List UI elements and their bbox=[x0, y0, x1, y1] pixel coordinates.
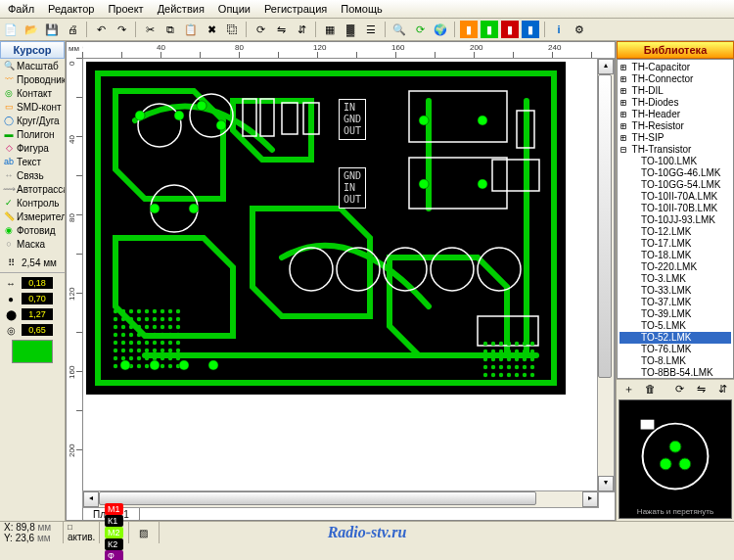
tool-полигон[interactable]: ▬Полигон bbox=[0, 127, 65, 141]
tree-item[interactable]: TO-39.LMK bbox=[619, 308, 731, 320]
grid-size[interactable]: ⠿ 2,54 мм bbox=[0, 255, 65, 270]
tool-связь[interactable]: ↔Связь bbox=[0, 168, 65, 182]
menu-project[interactable]: Проект bbox=[102, 1, 149, 17]
refresh-icon[interactable]: ⟳ bbox=[411, 21, 429, 38]
pcb-board[interactable]: INGNDOUTGNDINOUT bbox=[84, 60, 568, 397]
tool-фигура[interactable]: ◇Фигура bbox=[0, 141, 65, 155]
menu-options[interactable]: Опции bbox=[212, 1, 256, 17]
open-icon[interactable]: 📂 bbox=[23, 21, 40, 38]
menu-file[interactable]: Файл bbox=[2, 1, 40, 17]
scrollbar-vertical[interactable]: ▴ ▾ bbox=[597, 58, 615, 492]
redo-icon[interactable]: ↷ bbox=[113, 21, 130, 38]
world-icon[interactable]: 🌍 bbox=[432, 21, 449, 38]
tree-group[interactable]: ⊞ TH-Diodes bbox=[619, 97, 731, 109]
align-icon[interactable]: ▦ bbox=[321, 21, 339, 38]
layer-button[interactable]: К1 bbox=[105, 515, 123, 527]
tool-контроль[interactable]: ✓Контроль bbox=[0, 196, 65, 210]
expand-icon[interactable]: ⊞ bbox=[620, 62, 629, 73]
duplicate-icon[interactable]: ⿻ bbox=[223, 21, 241, 38]
chip1-icon[interactable]: ▮ bbox=[460, 21, 478, 38]
paste-icon[interactable]: 📋 bbox=[182, 21, 200, 38]
tree-item[interactable]: TO-33.LMK bbox=[619, 285, 731, 297]
tool-проводник[interactable]: 〰Проводник bbox=[0, 72, 65, 86]
collapse-icon[interactable]: ⊟ bbox=[620, 144, 629, 156]
property-3[interactable]: ◎0,65 bbox=[0, 322, 65, 338]
tool-круг/дуга[interactable]: ◯Круг/Дуга bbox=[0, 114, 65, 127]
menu-register[interactable]: Регистрация bbox=[258, 1, 333, 17]
component-preview[interactable]: Нажать и перетянуть bbox=[619, 399, 732, 519]
delete-icon[interactable]: ✖ bbox=[203, 21, 220, 38]
scroll-up-icon[interactable]: ▴ bbox=[598, 59, 614, 74]
tool-контакт[interactable]: ◎Контакт bbox=[0, 86, 65, 100]
mirror-h-icon[interactable]: ⇋ bbox=[272, 21, 290, 38]
tool-автотрасса[interactable]: ⟿Автотрасса bbox=[0, 182, 65, 196]
color-swatch[interactable] bbox=[12, 340, 53, 363]
property-2[interactable]: ⬤1,27 bbox=[0, 306, 65, 322]
tree-item[interactable]: TO-10II-70B.LMK bbox=[619, 203, 731, 214]
tree-item[interactable]: TO-37.LMK bbox=[619, 297, 731, 308]
settings-icon[interactable]: ⚙ bbox=[571, 21, 588, 38]
expand-icon[interactable]: ⊞ bbox=[620, 132, 629, 144]
tree-group[interactable]: ⊞ TH-Connector bbox=[619, 73, 731, 85]
tool-текст[interactable]: abТекст bbox=[0, 155, 65, 168]
expand-icon[interactable]: ⊞ bbox=[620, 97, 629, 109]
tool-измеритель[interactable]: 📏Измеритель bbox=[0, 210, 65, 223]
undo-icon[interactable]: ↶ bbox=[92, 21, 110, 38]
expand-icon[interactable]: ⊞ bbox=[620, 73, 629, 85]
layer-button[interactable]: К2 bbox=[105, 538, 123, 550]
tree-group[interactable]: ⊞ TH-SIP bbox=[619, 132, 731, 144]
expand-icon[interactable]: ⊞ bbox=[620, 120, 629, 132]
lib-add-icon[interactable]: ＋ bbox=[619, 380, 637, 397]
tree-item[interactable]: TO-76.LMK bbox=[619, 344, 731, 355]
lib-rotate-icon[interactable]: ⟳ bbox=[670, 380, 688, 397]
zoom-icon[interactable]: 🔍 bbox=[390, 21, 408, 38]
tree-item[interactable]: TO-3.LMK bbox=[619, 273, 731, 285]
lib-del-icon[interactable]: 🗑 bbox=[641, 380, 659, 397]
tree-item[interactable]: TO-10JJ-93.LMK bbox=[619, 214, 731, 226]
expand-icon[interactable]: ⊞ bbox=[620, 85, 629, 97]
tree-item[interactable]: TO-8.LMK bbox=[619, 355, 731, 367]
tree-item[interactable]: TO-10II-70A.LMK bbox=[619, 191, 731, 203]
tree-item[interactable]: TO-52.LMK bbox=[619, 332, 731, 344]
tree-item[interactable]: TO-12.LMK bbox=[619, 226, 731, 238]
property-0[interactable]: ↔0,18 bbox=[0, 275, 65, 291]
tree-item[interactable]: TO-5.LMK bbox=[619, 320, 731, 332]
new-icon[interactable]: 📄 bbox=[2, 21, 20, 38]
menu-edit[interactable]: Редактор bbox=[42, 1, 100, 17]
scroll-right-icon[interactable]: ▸ bbox=[582, 491, 598, 507]
ruler-horizontal[interactable]: 04080120160200240 bbox=[82, 42, 599, 59]
tree-item[interactable]: TO-17.LMK bbox=[619, 238, 731, 250]
tool-маска[interactable]: ○Маска bbox=[0, 237, 65, 251]
save-icon[interactable]: 💾 bbox=[43, 21, 61, 38]
tree-group[interactable]: ⊞ TH-DIL bbox=[619, 85, 731, 97]
tree-item[interactable]: TO-18.LMK bbox=[619, 250, 731, 261]
menu-help[interactable]: Помощь bbox=[335, 1, 389, 17]
chip3-icon[interactable]: ▮ bbox=[501, 21, 519, 38]
expand-icon[interactable]: ⊞ bbox=[620, 109, 629, 120]
tree-group[interactable]: ⊞ TH-Capacitor bbox=[619, 62, 731, 73]
tree-group-open[interactable]: ⊟ TH-Transistor bbox=[619, 144, 731, 156]
copy-icon[interactable]: ⧉ bbox=[161, 21, 179, 38]
lib-mirror-icon[interactable]: ⇋ bbox=[692, 380, 710, 397]
tree-item[interactable]: TO-10GG-54.LMK bbox=[619, 179, 731, 191]
chip2-icon[interactable]: ▮ bbox=[481, 21, 498, 38]
layer-button[interactable]: М1 bbox=[105, 503, 123, 515]
property-1[interactable]: ●0,70 bbox=[0, 291, 65, 306]
lib-flip-icon[interactable]: ⇵ bbox=[713, 380, 731, 397]
layer-button[interactable]: Ф bbox=[105, 550, 123, 560]
mirror-v-icon[interactable]: ⇵ bbox=[293, 21, 310, 38]
tree-item[interactable]: TO-8BB-54.LMK bbox=[619, 367, 731, 379]
chip4-icon[interactable]: ▮ bbox=[522, 21, 539, 38]
scroll-left-icon[interactable]: ◂ bbox=[83, 491, 99, 507]
layers-icon[interactable]: ☰ bbox=[362, 21, 380, 38]
tool-масштаб[interactable]: 🔍Масштаб bbox=[0, 59, 65, 72]
grid-icon[interactable]: ▓ bbox=[342, 21, 359, 38]
library-tree[interactable]: ⊞ TH-Capacitor⊞ TH-Connector⊞ TH-DIL⊞ TH… bbox=[617, 59, 734, 379]
rotate-icon[interactable]: ⟳ bbox=[252, 21, 269, 38]
layer-button[interactable]: М2 bbox=[105, 527, 123, 538]
tree-group[interactable]: ⊞ TH-Header bbox=[619, 109, 731, 120]
ruler-vertical[interactable]: 04080120160200 bbox=[67, 58, 83, 492]
menu-actions[interactable]: Действия bbox=[152, 1, 210, 17]
scroll-down-icon[interactable]: ▾ bbox=[598, 476, 614, 491]
hatch-icon[interactable]: ▨ bbox=[129, 522, 160, 543]
